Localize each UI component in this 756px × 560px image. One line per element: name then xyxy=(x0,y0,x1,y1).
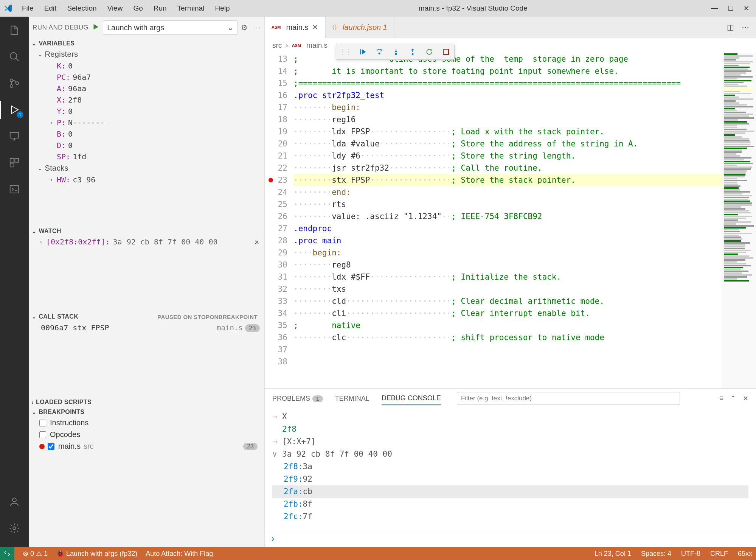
register-row[interactable]: Y:0 xyxy=(48,106,264,117)
breakpoint-category[interactable]: Instructions xyxy=(29,417,264,429)
code-line[interactable]: ; it is important to store foating point… xyxy=(293,65,722,77)
group-registers[interactable]: ⌄Registers xyxy=(29,48,264,60)
status-eol[interactable]: CRLF xyxy=(710,550,728,558)
section-loaded-scripts[interactable]: ›LOADED SCRIPTS xyxy=(29,397,264,407)
code-line[interactable]: ········reg8 xyxy=(293,259,722,271)
gear-icon[interactable]: ⚙ xyxy=(241,23,248,32)
section-breakpoints[interactable]: ⌄BREAKPOINTS xyxy=(29,407,264,417)
status-launch-config[interactable]: 🐞 Launch with args (fp32) xyxy=(56,549,137,558)
status-spaces[interactable]: Spaces: 4 xyxy=(641,550,671,558)
code-line[interactable]: ········value: .asciiz "1.1234"··; IEEE-… xyxy=(293,210,722,222)
code-line[interactable]: ········end: xyxy=(293,186,722,198)
stop-icon[interactable] xyxy=(441,47,451,57)
register-row[interactable]: X:2f8 xyxy=(48,94,264,106)
close-icon[interactable]: ✕ xyxy=(744,4,749,12)
code-line[interactable]: ········lda #value···············; Store… xyxy=(293,138,722,150)
menu-help[interactable]: Help xyxy=(210,4,235,12)
code-line[interactable]: ; native xyxy=(293,319,722,331)
activity-scm-icon[interactable] xyxy=(7,76,22,91)
split-editor-icon[interactable]: ◫ xyxy=(727,23,734,32)
register-row[interactable]: B:0 xyxy=(48,128,264,140)
debug-config-select[interactable]: Launch with args ⌄ xyxy=(103,20,238,35)
minimize-icon[interactable]: — xyxy=(711,4,718,12)
status-cursor-pos[interactable]: Ln 23, Col 1 xyxy=(595,550,631,558)
filter-icon[interactable]: ≡ xyxy=(719,394,723,403)
tab-close-icon[interactable]: ✕ xyxy=(312,23,318,32)
console-row[interactable]: →[X:X+7] xyxy=(272,436,748,448)
step-into-icon[interactable] xyxy=(391,47,401,57)
console-byte-row[interactable]: 2fa: cb xyxy=(272,485,748,498)
tab-main-s[interactable]: ASM main.s ✕ xyxy=(265,17,326,38)
console-row[interactable]: 2f8 xyxy=(272,423,748,436)
continue-icon[interactable] xyxy=(357,47,368,57)
code-line[interactable]: ········rts xyxy=(293,198,722,210)
status-encoding[interactable]: UTF-8 xyxy=(681,550,700,558)
drag-handle-icon[interactable]: ⋮⋮ xyxy=(339,48,351,56)
code-line[interactable]: ········clc······················; shift… xyxy=(293,331,722,344)
menu-terminal[interactable]: Terminal xyxy=(172,4,210,12)
console-filter-input[interactable] xyxy=(457,392,680,405)
code-line[interactable]: ;=======================================… xyxy=(293,77,722,89)
menu-run[interactable]: Run xyxy=(148,4,172,12)
callstack-frame[interactable]: 0096a7 stx FPSPmain.s23 xyxy=(29,322,264,334)
menu-go[interactable]: Go xyxy=(128,4,148,12)
breakpoint-category[interactable]: Opcodes xyxy=(29,429,264,440)
watch-row[interactable]: ›[0x2f8:0x2ff]:3a 92 cb 8f 7f 00 40 00✕ xyxy=(29,236,264,247)
activity-debug-icon[interactable]: 1 xyxy=(7,102,22,117)
stack-row[interactable]: ›HW:c3 96 xyxy=(48,174,264,185)
code-line[interactable]: ········cld······················; Clear… xyxy=(293,295,722,307)
step-over-icon[interactable] xyxy=(374,47,385,57)
code-line[interactable]: ········jsr str2fp32·············; Call … xyxy=(293,162,722,174)
code-line[interactable]: ········cli······················; Clear… xyxy=(293,307,722,319)
console-row[interactable]: ∨3a 92 cb 8f 7f 00 40 00 xyxy=(272,448,748,460)
code-line[interactable]: ········ldy #6···················; Store… xyxy=(293,150,722,162)
status-auto-attach[interactable]: Auto Attach: With Flag xyxy=(146,550,213,558)
minimap[interactable] xyxy=(722,53,756,388)
panel-tab-debug-console[interactable]: DEBUG CONSOLE xyxy=(382,392,441,405)
breakpoint-checkbox[interactable] xyxy=(39,431,46,438)
code-line[interactable]: .proc str2fp32_test xyxy=(293,89,722,101)
panel-close-icon[interactable]: ✕ xyxy=(743,394,748,403)
step-out-icon[interactable] xyxy=(407,47,418,57)
panel-tab-problems[interactable]: PROBLEMS1 xyxy=(272,392,323,405)
register-row[interactable]: D:0 xyxy=(48,140,264,151)
group-stacks[interactable]: ⌄Stacks xyxy=(29,162,264,174)
code-line[interactable]: ····begin: xyxy=(293,247,722,259)
code-line[interactable]: ········ldx #$FF·················; Initi… xyxy=(293,271,722,283)
remove-watch-icon[interactable]: ✕ xyxy=(255,237,259,246)
console-byte-row[interactable]: 2fb: 8f xyxy=(272,498,748,510)
crumb-src[interactable]: src xyxy=(272,41,282,50)
remote-indicator[interactable] xyxy=(0,547,14,560)
activity-account-icon[interactable] xyxy=(7,494,22,509)
console-byte-row[interactable]: 2f8: 3a xyxy=(272,460,748,473)
debug-toolbar[interactable]: ⋮⋮ xyxy=(336,44,455,60)
activity-settings-icon[interactable] xyxy=(7,521,22,536)
console-row[interactable]: →X xyxy=(272,411,748,423)
more-editor-icon[interactable]: ⋯ xyxy=(742,23,749,32)
activity-explorer-icon[interactable] xyxy=(7,23,22,38)
menu-view[interactable]: View xyxy=(102,4,128,12)
breakpoint-file-checkbox[interactable] xyxy=(48,443,54,450)
activity-search-icon[interactable] xyxy=(7,49,22,64)
section-callstack[interactable]: ⌄CALL STACK Paused on stopOnBreakpoint xyxy=(29,312,264,322)
maximize-icon[interactable]: ☐ xyxy=(728,4,734,12)
code-line[interactable]: ········txs xyxy=(293,283,722,295)
breakpoint-file[interactable]: main.s src 23 xyxy=(29,440,264,452)
breakpoint-checkbox[interactable] xyxy=(39,420,46,426)
activity-terminal-icon[interactable] xyxy=(7,182,22,197)
panel-tab-terminal[interactable]: TERMINAL xyxy=(335,392,369,405)
code-line[interactable]: ········stx FPSP·················; Store… xyxy=(293,174,722,186)
code-line[interactable]: ········ldx FPSP·················; Load … xyxy=(293,126,722,138)
activity-remote-icon[interactable] xyxy=(7,129,22,144)
console-byte-row[interactable]: 2f9: 92 xyxy=(272,473,748,485)
register-row[interactable]: ›P:N------- xyxy=(48,117,264,128)
register-row[interactable]: SP:1fd xyxy=(48,151,264,162)
section-variables[interactable]: ⌄VARIABLES xyxy=(29,39,264,48)
code-line[interactable]: ········begin: xyxy=(293,101,722,114)
start-debug-icon[interactable] xyxy=(92,23,100,33)
code-line[interactable]: ········reg16 xyxy=(293,114,722,126)
debug-console-output[interactable]: →X2f8→[X:X+7]∨3a 92 cb 8f 7f 00 40 002f8… xyxy=(265,408,756,530)
more-icon[interactable]: ⋯ xyxy=(253,23,261,32)
tab-launch-json[interactable]: {} launch.json 1 xyxy=(326,17,394,38)
register-row[interactable]: PC:96a7 xyxy=(48,72,264,83)
